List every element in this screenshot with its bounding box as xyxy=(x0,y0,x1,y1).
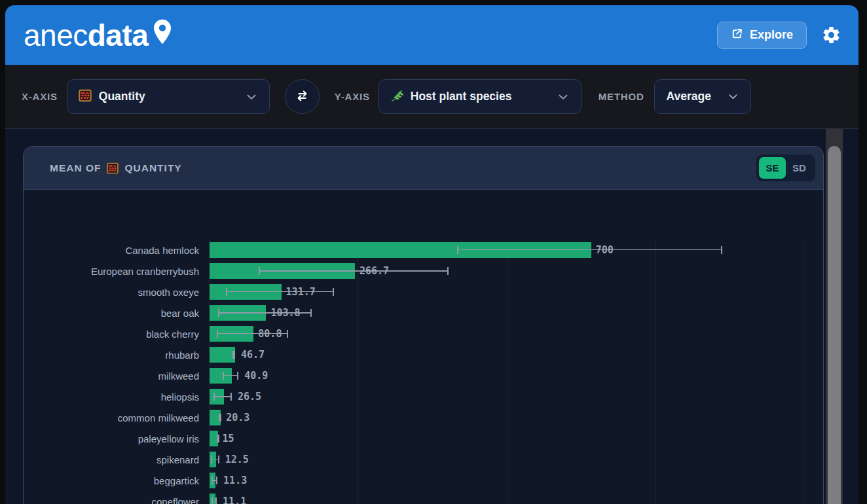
category-label: paleyellow iris xyxy=(62,433,199,444)
error-bar xyxy=(211,456,219,463)
panel-title-suffix: QUANTITY xyxy=(124,162,181,174)
value-label: 40.9 xyxy=(244,370,268,382)
chart-panel-header: MEAN OF xyxy=(24,147,823,190)
chart-row: heliopsis26.5 xyxy=(24,389,823,405)
category-label: heliopsis xyxy=(62,391,199,403)
value-label: 103.8 xyxy=(270,307,300,319)
error-mode-toggle: SE SD xyxy=(756,154,815,181)
method-select[interactable]: Average xyxy=(654,79,751,114)
chart-row: paleyellow iris15 xyxy=(24,431,823,446)
chart-row: bear oak103.8 xyxy=(24,305,823,321)
swap-axes-button[interactable] xyxy=(285,79,320,114)
category-label: European cranberrybush xyxy=(62,266,199,277)
category-label: smooth oxeye xyxy=(62,287,199,298)
method-label: METHOD xyxy=(599,91,644,102)
error-bar xyxy=(217,435,219,442)
error-bar xyxy=(212,477,217,484)
y-axis-selected-value: Host plant species xyxy=(411,90,512,103)
logo-text-light: anec xyxy=(24,18,88,53)
controls-bar: X-AXIS Quantity xyxy=(5,65,858,128)
external-link-icon xyxy=(731,27,743,43)
x-axis-select[interactable]: Quantity xyxy=(67,79,270,114)
chart-row: European cranberrybush266.7 xyxy=(24,263,823,279)
bar-chart: Canada hemlock700European cranberrybush2… xyxy=(24,190,823,504)
category-label: bear oak xyxy=(62,308,199,319)
logo-text-bold: data xyxy=(88,18,149,53)
chart-row: milkweed40.9 xyxy=(24,368,823,384)
category-label: beggartick xyxy=(62,475,199,486)
category-label: milkweed xyxy=(62,370,199,382)
chart-row: smooth oxeye131.7 xyxy=(24,284,823,300)
y-axis-select[interactable]: Host plant species xyxy=(378,79,581,114)
x-axis-selected-value: Quantity xyxy=(99,90,145,103)
map-pin-icon xyxy=(148,16,175,54)
error-bar xyxy=(212,497,217,504)
chart-row: common milkweed20.3 xyxy=(24,410,823,425)
bar[interactable] xyxy=(210,347,235,363)
abacus-icon xyxy=(106,162,119,175)
value-label: 20.3 xyxy=(226,412,249,423)
app-header: anecdata xyxy=(5,5,858,65)
chart-row: black cherry80.8 xyxy=(24,326,823,342)
page: anecdata xyxy=(0,0,867,504)
category-label: black cherry xyxy=(62,329,199,340)
se-toggle-button[interactable]: SE xyxy=(759,157,786,179)
chart-row: spikenard12.5 xyxy=(24,452,823,467)
error-bar xyxy=(457,246,723,254)
sd-toggle-button[interactable]: SD xyxy=(786,157,813,179)
value-label: 46.7 xyxy=(241,349,265,361)
value-label: 12.5 xyxy=(225,454,249,465)
category-label: rhubarb xyxy=(62,350,199,361)
x-axis-label: X-AXIS xyxy=(22,91,58,102)
value-label: 26.5 xyxy=(238,391,261,403)
value-label: 11.1 xyxy=(223,495,246,504)
app-logo[interactable]: anecdata xyxy=(24,16,175,54)
value-label: 80.8 xyxy=(258,328,282,340)
value-label: 131.7 xyxy=(286,286,316,298)
category-label: coneflower xyxy=(62,496,199,504)
scrollbar-thumb[interactable] xyxy=(828,146,841,504)
error-bar xyxy=(259,267,449,275)
error-bar xyxy=(223,372,238,380)
y-axis-label: Y-AXIS xyxy=(335,91,370,102)
chart-row: coneflower11.1 xyxy=(24,494,823,504)
category-label: Canada hemlock xyxy=(62,245,199,256)
chevron-down-icon xyxy=(556,90,570,104)
category-label: spikenard xyxy=(62,454,199,465)
panel-title-prefix: MEAN OF xyxy=(50,162,101,174)
swap-arrows-icon xyxy=(293,87,311,107)
error-bar xyxy=(226,288,335,296)
abacus-icon xyxy=(78,88,92,105)
header-actions: Explore xyxy=(717,22,841,49)
chart-panel: MEAN OF xyxy=(23,146,824,504)
explore-button-label: Explore xyxy=(750,28,793,42)
herb-icon xyxy=(390,88,404,105)
chart-row: rhubarb46.7 xyxy=(24,347,823,363)
error-bar xyxy=(232,351,235,359)
value-label: 15 xyxy=(223,433,234,444)
method-selected-value: Average xyxy=(667,90,711,103)
error-bar xyxy=(213,393,232,401)
chevron-down-icon xyxy=(244,90,259,104)
chart-panel-title: MEAN OF xyxy=(50,162,182,175)
value-label: 266.7 xyxy=(360,265,389,277)
chevron-down-icon xyxy=(726,90,740,103)
app-container: anecdata xyxy=(5,5,858,504)
category-label: common milkweed xyxy=(62,412,199,423)
chart-row: beggartick11.3 xyxy=(24,473,823,488)
chart-section: MEAN OF xyxy=(5,128,858,504)
explore-button[interactable]: Explore xyxy=(717,22,807,49)
chart-row: Canada hemlock700 xyxy=(24,242,823,258)
settings-gear-icon[interactable] xyxy=(821,25,841,45)
value-label: 11.3 xyxy=(223,475,247,486)
scrollbar-track[interactable] xyxy=(826,129,843,504)
error-bar xyxy=(219,414,221,422)
value-label: 700 xyxy=(596,244,614,256)
